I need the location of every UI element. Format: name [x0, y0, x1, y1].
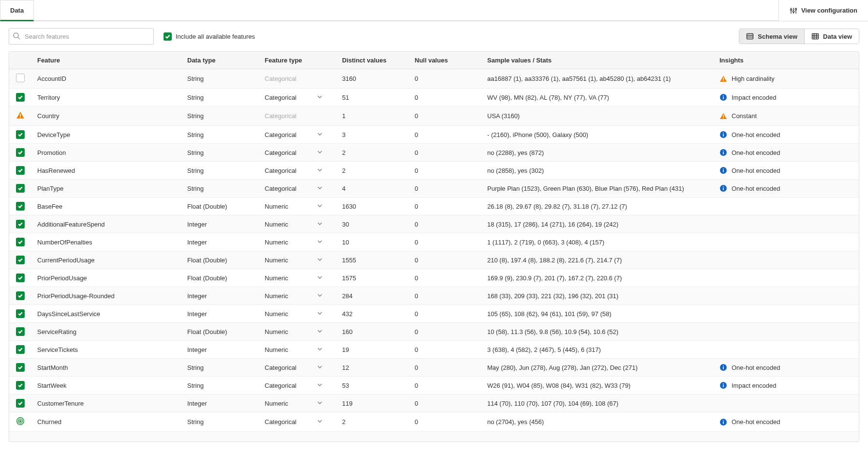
feature-type-select[interactable]: Categorical	[265, 94, 323, 101]
table-row: ChurnedStringCategorical20no (2704), yes…	[9, 412, 859, 432]
svg-point-5	[795, 8, 796, 10]
cell-datatype: String	[181, 412, 259, 432]
feature-type-select[interactable]: Categorical	[265, 167, 323, 174]
insight: One-hot encoded	[719, 131, 853, 138]
cell-sample: 105 (65), 108 (62), 94 (61), 101 (59), 9…	[481, 305, 714, 323]
svg-rect-11	[812, 34, 819, 39]
svg-rect-21	[20, 114, 21, 116]
svg-rect-22	[20, 117, 21, 118]
cell-nulls: 0	[409, 412, 481, 432]
row-checkbox-on[interactable]	[16, 148, 25, 157]
row-checkbox-on[interactable]	[16, 256, 25, 264]
data-view-button[interactable]: Data view	[804, 29, 859, 44]
cell-insights: One-hot encoded	[714, 359, 859, 377]
col-header-sample[interactable]: Sample values / Stats	[481, 52, 714, 69]
cell-insights: One-hot encoded	[714, 162, 859, 180]
feature-type-select[interactable]: Numeric	[265, 221, 323, 228]
cell-nulls: 0	[409, 144, 481, 162]
chevron-down-icon	[317, 149, 323, 156]
feature-type-value: Categorical	[265, 364, 297, 371]
row-checkbox-on[interactable]	[16, 220, 25, 228]
feature-type-select[interactable]: Numeric	[265, 257, 323, 264]
include-all-checkbox[interactable]: Include all available features	[164, 32, 255, 41]
cell-status	[9, 69, 31, 89]
cell-sample: - (2160), iPhone (500), Galaxy (500)	[481, 126, 714, 144]
view-toggle: Schema view Data view	[739, 29, 859, 44]
feature-type-value: Categorical	[265, 418, 297, 426]
cell-sample: WV (98), MN (82), AL (78), NY (77), VA (…	[481, 89, 714, 106]
cell-sample: W26 (91), W04 (85), W08 (84), W31 (82), …	[481, 377, 714, 395]
feature-type-select[interactable]: Numeric	[265, 346, 323, 353]
row-checkbox-on[interactable]	[16, 166, 25, 175]
feature-type-select[interactable]: Numeric	[265, 203, 323, 210]
view-configuration-button[interactable]: View configuration	[778, 0, 868, 21]
feature-type-select[interactable]: Numeric	[265, 400, 323, 407]
col-header-distinct[interactable]: Distinct values	[336, 52, 409, 69]
feature-type-select[interactable]: Numeric	[265, 239, 323, 246]
col-header-feature[interactable]: Feature	[31, 52, 181, 69]
cell-insights	[714, 323, 859, 341]
row-checkbox-on[interactable]	[16, 291, 25, 300]
table-bottom-spacer	[9, 432, 859, 441]
feature-type-value: Numeric	[265, 203, 288, 210]
feature-type-select[interactable]: Numeric	[265, 292, 323, 300]
row-checkbox-on[interactable]	[16, 309, 25, 318]
feature-type-select[interactable]: Categorical	[265, 149, 323, 156]
cell-status	[9, 144, 31, 162]
table-row: HasRenewedStringCategorical20no (2858), …	[9, 162, 859, 180]
svg-line-7	[18, 37, 20, 39]
row-checkbox-on[interactable]	[16, 327, 25, 336]
row-checkbox-off[interactable]	[16, 74, 25, 82]
cell-featuretype: Numeric	[259, 215, 336, 233]
feature-type-select[interactable]: Numeric	[265, 274, 323, 282]
tab-data[interactable]: Data	[0, 0, 34, 21]
cell-status	[9, 377, 31, 395]
feature-type-select[interactable]: Numeric	[265, 328, 323, 335]
col-header-nulls[interactable]: Null values	[409, 52, 481, 69]
feature-type-select[interactable]: Categorical	[265, 364, 323, 371]
row-checkbox-on[interactable]	[16, 238, 25, 246]
cell-distinct: 160	[336, 323, 409, 341]
row-checkbox-on[interactable]	[16, 399, 25, 408]
features-table: Feature Data type Feature type Distinct …	[9, 52, 859, 432]
row-checkbox-on[interactable]	[16, 363, 25, 372]
cell-nulls: 0	[409, 305, 481, 323]
cell-insights	[714, 305, 859, 323]
cell-distinct: 1630	[336, 198, 409, 215]
cell-distinct: 2	[336, 162, 409, 180]
row-checkbox-on[interactable]	[16, 345, 25, 354]
cell-sample: 18 (315), 17 (286), 14 (271), 16 (264), …	[481, 215, 714, 233]
cell-distinct: 1	[336, 106, 409, 126]
feature-type-select[interactable]: Categorical	[265, 185, 323, 192]
feature-type-select[interactable]: Numeric	[265, 310, 323, 318]
row-checkbox-on[interactable]	[16, 130, 25, 139]
row-checkbox-on[interactable]	[16, 381, 25, 390]
svg-point-45	[20, 421, 21, 422]
data-view-label: Data view	[823, 33, 852, 40]
col-header-datatype[interactable]: Data type	[181, 52, 259, 69]
row-checkbox-on[interactable]	[16, 202, 25, 211]
row-checkbox-on[interactable]	[16, 274, 25, 282]
col-header-insights[interactable]: Insights	[714, 52, 859, 69]
chevron-down-icon	[317, 131, 323, 138]
col-header-featuretype[interactable]: Feature type	[259, 52, 336, 69]
chevron-down-icon	[317, 239, 323, 246]
cell-feature: ServiceRating	[31, 323, 181, 341]
feature-type-select[interactable]: Categorical	[265, 382, 323, 389]
cell-datatype: String	[181, 106, 259, 126]
cell-feature: Country	[31, 106, 181, 126]
tab-bar: Data View configuration	[0, 0, 868, 21]
svg-rect-47	[723, 421, 724, 424]
search-input[interactable]	[9, 28, 154, 45]
row-checkbox-on[interactable]	[16, 184, 25, 193]
cell-feature: Territory	[31, 89, 181, 106]
feature-type-select[interactable]: Categorical	[265, 418, 323, 426]
row-checkbox-on[interactable]	[16, 93, 25, 102]
svg-rect-24	[723, 118, 724, 119]
chevron-down-icon	[317, 346, 323, 353]
schema-view-button[interactable]: Schema view	[739, 29, 804, 44]
cell-feature: CurrentPeriodUsage	[31, 251, 181, 269]
tab-data-label: Data	[10, 7, 24, 14]
cell-sample: 114 (70), 110 (70), 107 (70), 104 (69), …	[481, 395, 714, 412]
feature-type-select[interactable]: Categorical	[265, 131, 323, 138]
